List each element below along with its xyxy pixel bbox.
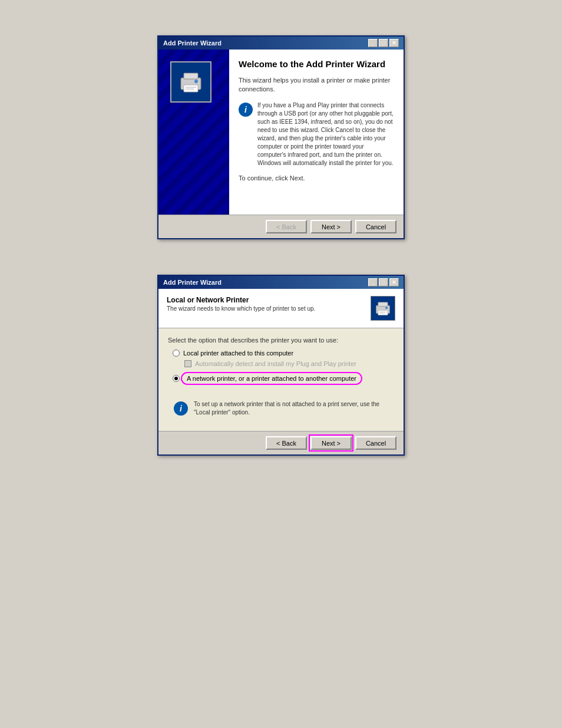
printer-svg-icon: [176, 67, 206, 97]
info-section-text: To set up a network printer that is not …: [194, 400, 388, 417]
continue-text: To continue, click Next.: [239, 174, 394, 182]
back-button-2[interactable]: < Back: [266, 436, 307, 450]
wizard-body: Welcome to the Add Printer Wizard This w…: [158, 50, 404, 215]
wizard-header-text: Local or Network Printer The wizard need…: [167, 296, 366, 312]
select-label: Select the option that describes the pri…: [168, 337, 394, 344]
local-printer-label: Local printer attached to this computer: [183, 350, 293, 357]
maximize-button[interactable]: □: [379, 39, 388, 47]
auto-detect-label: Automatically detect and install my Plug…: [195, 360, 356, 367]
header-printer-svg: [373, 298, 393, 318]
page-container: Add Printer Wizard _ □ ✕: [0, 0, 562, 491]
info-icon: i: [239, 103, 253, 117]
wizard-header-panel: Local or Network Printer The wizard need…: [158, 289, 404, 328]
cancel-button[interactable]: Cancel: [355, 220, 396, 233]
svg-point-9: [385, 307, 388, 309]
network-printer-label: A network printer, or a printer attached…: [183, 374, 360, 383]
info-section: i To set up a network printer that is no…: [168, 394, 394, 423]
cancel-button-2[interactable]: Cancel: [355, 436, 396, 450]
network-printer-radio[interactable]: [173, 375, 180, 382]
svg-point-3: [194, 80, 198, 83]
local-printer-radio[interactable]: [173, 350, 180, 357]
dialog2-footer: < Back Next > Cancel: [158, 431, 404, 454]
wizard-main-content: Select the option that describes the pri…: [158, 328, 404, 431]
dialog2-title: Add Printer Wizard: [163, 279, 222, 286]
sidebar-printer-icon: [170, 61, 211, 103]
dialog-welcome: Add Printer Wizard _ □ ✕: [157, 35, 405, 239]
info-box: i If you have a Plug and Play printer th…: [239, 101, 394, 167]
dialog-network: Add Printer Wizard _ □ ✕ Local or Networ…: [157, 275, 405, 456]
next-button[interactable]: Next >: [310, 220, 352, 233]
auto-detect-option: Automatically detect and install my Plug…: [184, 360, 394, 367]
svg-rect-8: [378, 310, 388, 315]
dialog1-titlebar: Add Printer Wizard _ □ ✕: [158, 37, 404, 50]
local-printer-option[interactable]: Local printer attached to this computer: [173, 350, 394, 357]
info-text: If you have a Plug and Play printer that…: [257, 101, 394, 167]
radio-group: Local printer attached to this computer …: [173, 350, 394, 383]
wizard-sidebar: [158, 50, 229, 215]
close-button[interactable]: ✕: [389, 39, 399, 47]
dialog2-titlebar: Add Printer Wizard _ □ ✕: [158, 276, 404, 289]
wizard-content: Welcome to the Add Printer Wizard This w…: [229, 50, 404, 215]
info-icon-2: i: [174, 401, 188, 416]
svg-rect-2: [184, 85, 198, 92]
titlebar-buttons-2: _ □ ✕: [368, 278, 399, 286]
welcome-subtitle: This wizard helps you install a printer …: [239, 76, 394, 94]
header-title: Local or Network Printer: [167, 296, 366, 304]
minimize-button[interactable]: _: [368, 39, 378, 47]
close-button-2[interactable]: ✕: [389, 278, 399, 286]
maximize-button-2[interactable]: □: [379, 278, 388, 286]
svg-rect-1: [184, 73, 198, 79]
network-printer-option[interactable]: A network printer, or a printer attached…: [173, 374, 394, 383]
next-button-2[interactable]: Next >: [310, 436, 352, 450]
svg-rect-7: [378, 302, 388, 307]
titlebar-buttons: _ □ ✕: [368, 39, 399, 47]
minimize-button-2[interactable]: _: [368, 278, 378, 286]
auto-detect-checkbox: [184, 360, 191, 367]
dialog1-title: Add Printer Wizard: [163, 39, 222, 47]
welcome-title: Welcome to the Add Printer Wizard: [239, 59, 394, 69]
header-printer-icon: [371, 296, 395, 321]
header-desc: The wizard needs to know which type of p…: [167, 305, 366, 312]
dialog1-footer: < Back Next > Cancel: [158, 215, 404, 238]
back-button[interactable]: < Back: [266, 220, 307, 233]
